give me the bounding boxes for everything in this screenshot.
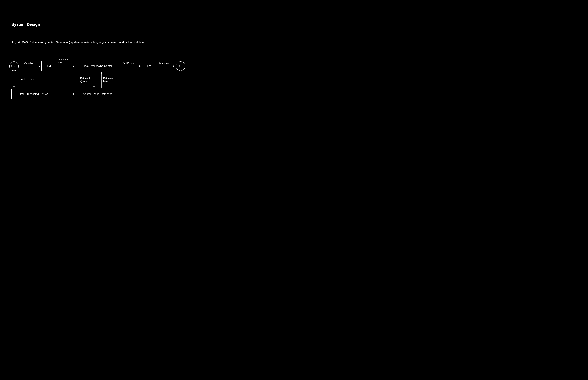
edge-label-full-prompt: Full Prompt xyxy=(123,62,135,65)
edge-label-response: Response xyxy=(158,62,170,65)
node-vector-db-label: Vector Spatial Database xyxy=(83,93,113,96)
page-subtitle: A hybrid RAG (Retrieval-Augmented Genera… xyxy=(11,41,144,44)
node-task-processing-label: Task Processing Center xyxy=(83,64,112,68)
node-data-processing-label: Data Processing Center xyxy=(19,93,48,96)
edge-label-decompose-task: Decompose task xyxy=(57,57,71,64)
node-user-end: User xyxy=(176,61,185,71)
node-data-processing: Data Processing Center xyxy=(11,89,55,99)
edge-label-question: Question xyxy=(24,62,34,65)
node-vector-db: Vector Spatial Database xyxy=(76,89,120,99)
node-user-start: User xyxy=(9,61,19,71)
edge-label-capture-data: Capture Data xyxy=(19,78,34,81)
edge-label-retrieved-data: Retrieved Data xyxy=(103,77,114,83)
node-user-end-label: User xyxy=(178,65,183,68)
node-llm-2-label: LLM xyxy=(146,64,151,68)
node-user-start-label: User xyxy=(11,65,17,68)
page-title: System Design xyxy=(11,22,40,27)
edge-label-retrieval-query: Retrieval Query xyxy=(80,77,90,83)
system-diagram: User LLM Task Processing Center LLM User… xyxy=(9,57,187,104)
node-llm-1-label: LLM xyxy=(46,64,51,68)
node-llm-1: LLM xyxy=(41,61,55,71)
node-task-processing: Task Processing Center xyxy=(76,61,120,71)
node-llm-2: LLM xyxy=(142,61,155,71)
